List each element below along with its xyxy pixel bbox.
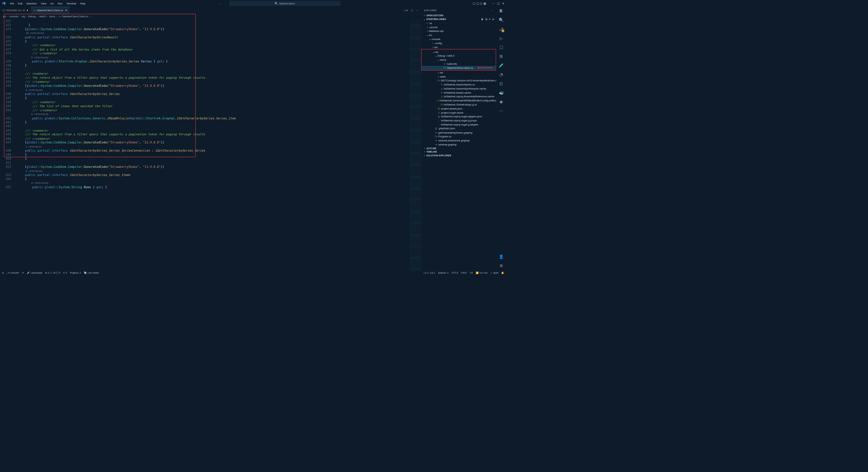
tree-item[interactable]: ›bin — [421, 45, 496, 49]
breadcrumb-item[interactable]: Debug — [28, 15, 36, 18]
breadcrumb-item[interactable]: berry — [50, 15, 55, 18]
tree-item[interactable]: ▯txtStartrek.AssemblyInfoInputs.cache — [421, 86, 496, 91]
azure-icon[interactable]: ◉ — [499, 99, 503, 104]
breadcrumb[interactable]: src›console›obj›Debug›net8.0›berry›C#Sta… — [0, 14, 421, 19]
collapse-icon[interactable]: ⊟ — [492, 18, 494, 21]
more-icon[interactable]: ⋯ — [416, 9, 418, 12]
tree-item[interactable]: ◈schema.graphql — [421, 142, 496, 146]
breadcrumb-item[interactable]: console — [9, 15, 18, 18]
new-file-icon[interactable]: 🗎 — [481, 18, 484, 21]
more-activity-icon[interactable]: ⋯ — [499, 109, 503, 113]
status-item[interactable]: Spaces: 4 — [438, 272, 449, 274]
status-item[interactable]: Ln 1, Col 1 — [424, 272, 435, 274]
status-item[interactable]: CRLF — [461, 272, 467, 274]
status-item[interactable]: ⊗0 ⚠ 19 ⓘ 5 — [45, 271, 60, 275]
status-item[interactable]: ⟳ — [22, 272, 24, 274]
tree-item[interactable]: ›.vscode — [421, 25, 496, 29]
tree-item[interactable]: {}.graphqlrc.json — [421, 126, 496, 131]
tree-item[interactable]: ▯txtStartrek.assets.cache — [421, 91, 496, 95]
tree-item[interactable]: ⌄obj — [422, 50, 496, 54]
solution-section[interactable]: › SOLUTION EXPLORER — [421, 154, 496, 157]
code-editor[interactable]: } [global::System.CodeDom.Compiler.Gener… — [14, 19, 410, 271]
tree-item[interactable]: ▯txtStartrek.csproj.AssemblyReference.ca… — [421, 95, 496, 99]
tree-item[interactable]: ›refint — [421, 75, 496, 79]
status-item[interactable]: 🚀Launchpad — [27, 272, 42, 274]
split-editor-icon[interactable]: ▢ — [411, 9, 413, 12]
status-item[interactable]: 📡Live Share — [84, 272, 99, 274]
status-item[interactable]: C# — [470, 272, 473, 274]
status-item[interactable]: UTF-8 — [451, 272, 458, 274]
status-item[interactable]: ⚲0 — [63, 272, 67, 274]
menu-terminal[interactable]: Terminal — [65, 1, 78, 5]
timeline-section[interactable]: › TIMELINE — [421, 150, 496, 153]
tree-item[interactable]: {}txtStartrek.csproj.nuget.dgspec.json — [421, 115, 496, 119]
menu-view[interactable]: View — [39, 1, 48, 5]
breadcrumb-item[interactable]: ... — [92, 15, 94, 18]
nav-back-icon[interactable]: ← — [220, 2, 222, 5]
status-item[interactable]: Projects: 2 — [70, 272, 81, 274]
run-debug-icon[interactable]: ▷ — [500, 36, 503, 41]
menu-help[interactable]: Help — [79, 1, 87, 5]
settings-icon[interactable]: ⚙ — [499, 263, 503, 268]
tree-item[interactable]: ▯txtStartrek.AssemblyInfo.cs — [421, 83, 496, 87]
status-item[interactable]: 🔔 — [501, 272, 504, 274]
tree-item[interactable]: ›database-api — [421, 29, 496, 33]
status-item[interactable]: ⎇console* — [7, 272, 19, 274]
layout-right-icon[interactable]: ▢ — [480, 2, 482, 5]
tree-item[interactable]: ›ref — [421, 71, 496, 75]
tree-item[interactable]: ◈schema.extensions.graphql — [421, 138, 496, 142]
tree-item[interactable]: C#Program.cs — [421, 135, 496, 139]
tree-item[interactable]: ⌄berry — [422, 58, 496, 62]
tree-item[interactable]: ⌄src — [421, 33, 496, 37]
tree-item[interactable]: ▯build.info — [422, 62, 496, 66]
explorer-more-icon[interactable]: ⋯ — [491, 9, 493, 12]
intellicode-icon[interactable]: ⊡ — [499, 81, 503, 86]
menu-selection[interactable]: Selection — [25, 1, 39, 5]
status-item[interactable]: ✓Spell — [490, 272, 498, 274]
layout-grid-icon[interactable]: ▦ — [484, 2, 486, 5]
maximize-icon[interactable]: ▢ — [497, 2, 499, 5]
test-icon[interactable]: 🧪 — [499, 63, 504, 68]
tree-item[interactable]: ⟓txtStartrek.csproj.nuget.g.props — [421, 119, 496, 123]
close-tab-icon[interactable]: ✕ — [65, 9, 67, 12]
tree-item[interactable]: ›.vs — [421, 21, 496, 25]
explorer-icon[interactable]: 🗎 — [499, 9, 503, 13]
search-activity-icon[interactable]: 🔍 — [499, 18, 504, 22]
tree-item[interactable]: C#.NETCoreApp,Version=v8.0.AssemblyAttri… — [421, 79, 496, 83]
tree-item[interactable]: ◈getCharacterbySeries.graphql — [421, 131, 496, 135]
minimize-icon[interactable]: ─ — [493, 2, 494, 5]
refresh-icon[interactable]: ⟳ — [489, 18, 491, 21]
menu-edit[interactable]: Edit — [16, 1, 24, 5]
tree-item[interactable]: {}project.assets.json — [421, 106, 496, 111]
run-dropdown-icon[interactable]: ▷▾ — [405, 9, 408, 12]
tree-item[interactable]: C#txtStartrek.GeneratedMSBuildEditorConf… — [421, 99, 496, 103]
tree-item[interactable]: ⌄Debug \ net8.0 — [422, 54, 496, 58]
tree-item[interactable]: ▯project.nuget.cache — [421, 111, 496, 115]
status-item[interactable]: ⊘ — [2, 272, 4, 274]
menu-go[interactable]: Go — [49, 1, 55, 5]
docker-icon[interactable]: 🐳 — [499, 90, 504, 95]
open-editors-section[interactable]: › OPEN EDITORS — [421, 14, 496, 17]
minimap[interactable] — [410, 19, 421, 271]
account-icon[interactable]: 👤 — [499, 254, 504, 259]
extensions-icon[interactable]: ⊞ — [499, 54, 503, 59]
tree-item[interactable]: ›.config — [421, 41, 496, 45]
tab-1[interactable]: C#StartrekClient.Client.cs✕ — [31, 7, 70, 14]
tree-item[interactable]: ⌄console — [421, 37, 496, 41]
breadcrumb-item[interactable]: StartrekClient.Client.cs — [62, 15, 88, 18]
layout-left-icon[interactable]: ▢ — [473, 2, 475, 5]
nav-forward-icon[interactable]: → — [225, 2, 228, 5]
database-icon[interactable]: ◔ — [499, 72, 503, 77]
menu-run[interactable]: Run — [56, 1, 64, 5]
tab-0[interactable]: ⓘREADME.md9+● — [0, 7, 31, 14]
source-control-icon[interactable]: ⎇1 — [499, 27, 503, 32]
workspace-section[interactable]: ⌄ STARTREK-DEMO 🗎 🗀 ⟳ ⊟ — [421, 17, 496, 21]
layout-bottom-icon[interactable]: ▢ — [476, 2, 479, 5]
tree-item[interactable]: ⟓txtStartrek.csproj.nuget.g.targets — [421, 122, 496, 126]
command-center-search[interactable]: 🔍 startrek-demo — [230, 1, 340, 6]
breadcrumb-item[interactable]: net8.0 — [39, 15, 46, 18]
breadcrumb-item[interactable]: src — [3, 15, 6, 18]
menu-file[interactable]: File — [8, 1, 16, 5]
outline-section[interactable]: › OUTLINE — [421, 146, 496, 150]
tree-item[interactable]: C#StartrekClient.Client.cs — [422, 66, 496, 70]
